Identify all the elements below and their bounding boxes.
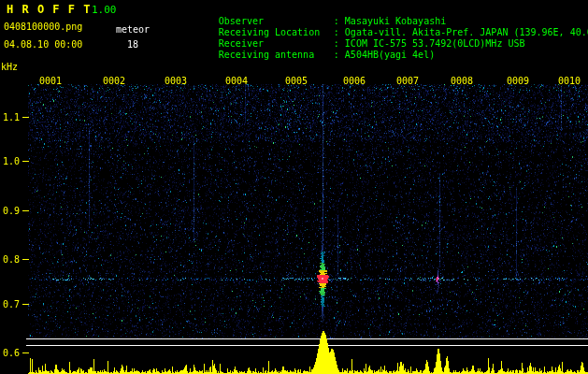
observation-mode: meteor	[116, 24, 150, 35]
info-label: Receiving antenna	[219, 50, 334, 61]
time-axis-label: 0005	[285, 76, 308, 86]
observation-datetime: 04.08.10 00:00	[4, 39, 82, 50]
freq-axis-tick	[22, 161, 29, 162]
output-filename: 0408100000.png	[4, 22, 82, 32]
freq-axis-label: 0.6	[3, 348, 20, 358]
freq-axis-label: 0.9	[3, 206, 20, 216]
freq-axis-tick	[22, 259, 29, 260]
time-axis-label: 0003	[165, 76, 187, 86]
freq-axis-label: 1.0	[3, 156, 20, 166]
info-value: : A504HB(yagi 4el)	[334, 50, 435, 60]
time-axis-label: 0009	[507, 76, 529, 86]
app-title: H R O F F T	[7, 3, 91, 16]
time-axis-label: 0004	[225, 76, 248, 86]
freq-axis-tick	[22, 352, 29, 353]
app-version: 1.00	[92, 4, 117, 16]
freq-axis-tick	[22, 304, 29, 305]
freq-axis-tick	[22, 117, 29, 118]
time-axis-label: 0001	[39, 76, 62, 86]
freq-axis-tick	[22, 210, 29, 211]
station-info: Observer: Masayuki Kobayashi Receiving L…	[165, 3, 587, 48]
time-axis-label: 0010	[558, 76, 581, 86]
hrofft-window: H R O F F T 1.00 0408100000.png meteor 0…	[0, 0, 588, 374]
time-axis-label: 0008	[451, 76, 473, 86]
freq-axis-label: 0.7	[3, 299, 20, 309]
station-info-row: Observer: Masayuki Kobayashi	[165, 3, 587, 14]
time-axis-label: 0007	[396, 76, 419, 86]
freq-axis-label: 0.8	[3, 254, 20, 265]
freq-axis-unit: kHz	[1, 62, 18, 72]
time-axis-label: 0006	[343, 76, 366, 86]
echo-count: 18	[127, 39, 138, 50]
time-axis-label: 0002	[103, 76, 125, 86]
freq-axis-label: 1.1	[3, 112, 20, 122]
